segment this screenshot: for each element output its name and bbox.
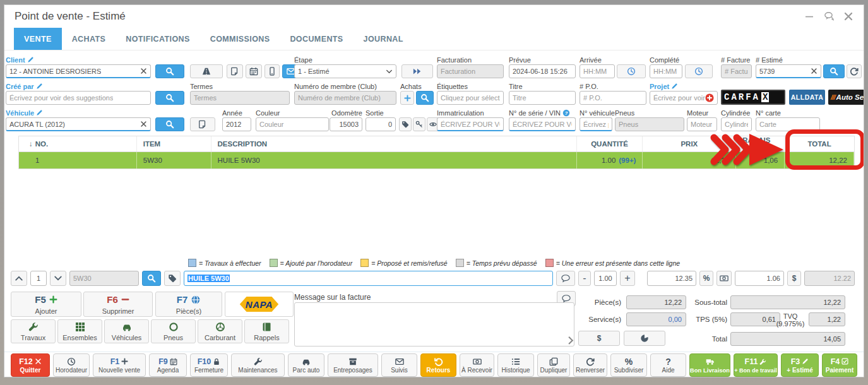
column-rabais[interactable]: RABAIS (%) [736, 136, 785, 151]
f1-nouvelle-vente-button[interactable]: F1 Nouvelle vente [93, 353, 146, 377]
discount-percent-button[interactable]: % [699, 271, 713, 286]
cree-par-label[interactable]: Créé par [6, 83, 34, 90]
invoice-message-textarea[interactable] [294, 302, 574, 346]
maintenances-button[interactable]: Maintenances [231, 353, 285, 377]
vin-input[interactable]: ÉCRIVEZ POUR VOIR [509, 117, 576, 131]
napa-button[interactable]: NAPA [225, 292, 294, 317]
f6-supprimer-button[interactable]: F6 Supprimer [83, 292, 153, 317]
subdiviser-button[interactable]: % Subdiviser [610, 353, 647, 377]
autoserve-logo[interactable]: ///Auto Se [828, 90, 864, 105]
cylindree-input[interactable]: Cylindrée [721, 117, 752, 131]
line-comment-button[interactable] [556, 271, 575, 286]
qty-plus-button[interactable]: + [620, 271, 635, 286]
key-button[interactable] [413, 117, 425, 131]
clear-icon[interactable] [140, 121, 147, 127]
facture-no-input[interactable]: # Facture [721, 64, 752, 78]
line-total-input[interactable]: 12.22 [804, 271, 855, 286]
qty-input[interactable]: 1.00 [594, 271, 617, 286]
client-label[interactable]: Client [6, 56, 25, 64]
f9-agenda-button[interactable]: F9 Agenda [149, 353, 187, 377]
f5-ajouter-button[interactable]: F5 Ajouter [11, 292, 81, 317]
tab-notifications[interactable]: NOTIFICATIONS [116, 28, 200, 50]
annee-input[interactable]: 2012 [222, 117, 251, 131]
etiquettes-input[interactable]: Cliquez pour sélection [437, 91, 504, 105]
column-prix[interactable]: PRIX [643, 136, 736, 151]
clear-icon[interactable] [140, 68, 147, 74]
client-search-button[interactable] [155, 64, 184, 78]
projet-input[interactable]: Écrivez pour voir d [650, 91, 718, 105]
retours-button[interactable]: Retours [420, 353, 456, 377]
carburant-button[interactable]: Carburant [198, 319, 242, 343]
description-input[interactable]: HUILE 5W30 [184, 271, 553, 286]
moteur-input[interactable]: Moteur [687, 117, 717, 131]
column-quantite[interactable]: QUANTITÉ [577, 136, 643, 151]
renverser-button[interactable]: Renverser [573, 353, 607, 377]
clear-icon[interactable] [811, 68, 817, 74]
etape-select[interactable]: 1 - Estimé [294, 64, 396, 78]
complete-input[interactable]: HH:MM [650, 64, 682, 78]
column-no[interactable]: ↓ NO. [19, 136, 137, 151]
edit-icon[interactable] [36, 83, 43, 90]
column-description[interactable]: DESCRIPTION [211, 136, 577, 151]
historique-button[interactable]: Historique [497, 353, 534, 377]
entreposages-button[interactable]: Entreposages [328, 353, 378, 377]
edit-icon[interactable] [671, 83, 678, 90]
membre-input[interactable]: Numéro de membre (Club) [294, 91, 396, 105]
column-item[interactable]: ITEM [137, 136, 211, 151]
dollar-button[interactable]: $ [787, 271, 801, 286]
dollar-toggle-button[interactable]: $ [578, 331, 620, 346]
tab-documents[interactable]: DOCUMENTS [280, 28, 353, 50]
client-calendar-button[interactable] [246, 64, 262, 78]
vehicule-no-input[interactable]: Écrivez p [580, 117, 612, 131]
prevue-input[interactable]: 2024-06-18 15:26 [509, 64, 576, 78]
travaux-button[interactable]: Travaux [11, 319, 56, 343]
alldata-logo[interactable]: ALLDATA [789, 90, 825, 105]
arrivee-clock-button[interactable] [617, 64, 646, 78]
close-icon[interactable] [843, 11, 853, 21]
price-input[interactable]: 12.35 [647, 271, 696, 286]
estime-no-input[interactable]: 5739 [756, 64, 821, 78]
item-search-button[interactable] [142, 271, 161, 286]
aide-button[interactable]: ? Aide [650, 353, 686, 377]
f10-fermeture-button[interactable]: F10 Fermeture [190, 353, 228, 377]
suivis-button[interactable]: Suivis [381, 353, 417, 377]
pie-chart-button[interactable] [624, 331, 665, 346]
f4-paiement-button[interactable]: F4 Paiement [822, 353, 857, 377]
tab-vente[interactable]: VENTE [14, 28, 62, 50]
immatriculation-input[interactable]: ÉCRIVEZ POUR VOIR [437, 117, 504, 131]
carfax-logo[interactable]: CARFAX [721, 90, 785, 105]
client-note-button[interactable] [227, 64, 243, 78]
projet-label[interactable]: Projet [650, 83, 669, 90]
f3-estime-button[interactable]: F3 + Estimé [781, 353, 819, 377]
arrivee-input[interactable]: HH:MM [580, 64, 615, 78]
client-input[interactable]: 12 - ANTOINE DESROSIERS [6, 64, 151, 78]
minimize-icon[interactable] [804, 11, 814, 21]
ensembles-button[interactable]: Ensembles [57, 319, 102, 343]
parc-auto-button[interactable]: Parc auto [288, 353, 324, 377]
odometre-input[interactable]: 15003 [330, 117, 362, 131]
vehicules-button[interactable]: Véhicules [104, 319, 149, 343]
discount-input[interactable]: 1.06 [735, 271, 784, 286]
couleur-input[interactable]: Couleur [256, 117, 329, 131]
line-down-button[interactable] [50, 271, 66, 286]
dupliquer-button[interactable]: Dupliquer [537, 353, 570, 377]
pneus-input[interactable]: Pneus [615, 117, 684, 131]
horodateur-button[interactable]: Horodateur [53, 353, 90, 377]
tab-achats[interactable]: ACHATS [62, 28, 116, 50]
tab-journal[interactable]: JOURNAL [354, 28, 413, 50]
pneus-button[interactable]: Pneus [151, 319, 196, 343]
table-row[interactable]: 1 5W30 HUILE 5W30 1.00 (99+) 12,35 1,06 … [19, 152, 854, 169]
column-total[interactable]: TOTAL [785, 136, 854, 151]
bon-livraison-button[interactable]: Bon Livraison [689, 353, 730, 377]
sortie-input[interactable]: 0 [366, 117, 396, 131]
cree-par-search-button[interactable] [155, 91, 184, 105]
estime-refresh-button[interactable] [847, 64, 862, 78]
client-road-button[interactable] [190, 64, 223, 78]
a-recevoir-button[interactable]: À Recevoir [460, 353, 494, 377]
vehicule-search-button[interactable] [155, 117, 184, 131]
carte-input[interactable]: Carte [756, 117, 820, 131]
po-input[interactable]: # P.O. [580, 91, 646, 105]
achats-add-button[interactable] [400, 91, 414, 105]
client-phone-button[interactable] [265, 64, 280, 78]
item-code-input[interactable]: 5W30 [69, 271, 139, 286]
